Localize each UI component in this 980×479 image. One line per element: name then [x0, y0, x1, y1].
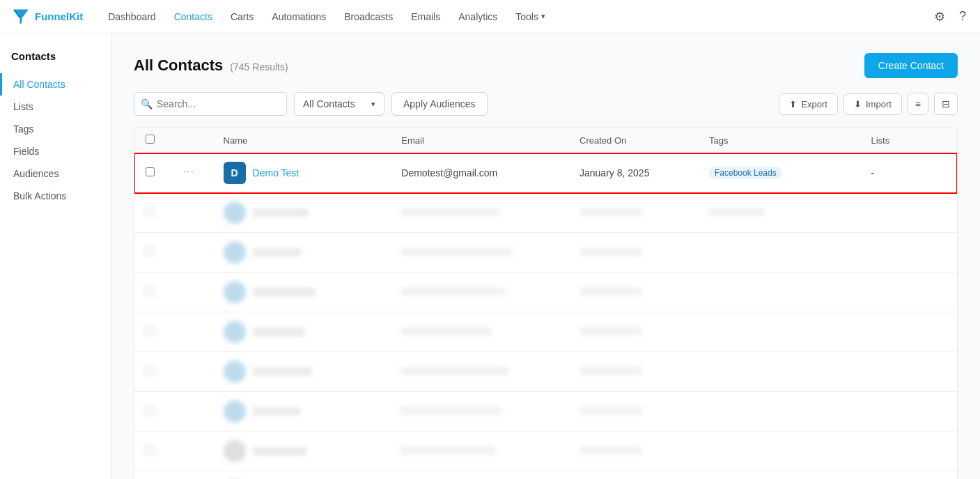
filter-label: All Contacts — [303, 98, 355, 109]
row-checkbox[interactable] — [146, 446, 155, 455]
page-title-row: All Contacts (745 Results) — [134, 56, 288, 75]
row-checkbox[interactable] — [146, 167, 155, 176]
blurred-avatar — [224, 321, 246, 343]
th-name: Name — [212, 128, 391, 153]
page-title: All Contacts — [134, 56, 223, 75]
result-count: (745 Results) — [230, 61, 288, 73]
row-name-cell: D Demo Test — [212, 153, 391, 193]
chevron-down-icon: ▾ — [541, 12, 545, 21]
table-row — [134, 471, 957, 480]
filter-chevron-icon: ▾ — [371, 100, 375, 109]
row-checkbox-cell — [134, 153, 171, 193]
th-menu — [171, 128, 212, 153]
name-cell-content: D Demo Test — [224, 162, 380, 184]
funnelkit-logo-icon — [11, 7, 31, 26]
help-button[interactable]: ? — [956, 6, 969, 26]
contacts-table-container: Name Email Created On Tags Lists — [134, 127, 958, 479]
sidebar-item-audiences[interactable]: Audiences — [0, 162, 111, 185]
table-row-highlighted: ⋮ D Demo Test Demotest@gmail.com January… — [134, 153, 957, 193]
row-menu-cell: ⋮ — [171, 153, 212, 193]
page-header: All Contacts (745 Results) Create Contac… — [134, 53, 958, 78]
import-button[interactable]: ⬇ Import — [843, 93, 902, 115]
columns-button[interactable]: ≡ — [908, 93, 928, 115]
logo[interactable]: FunnelKit — [11, 7, 83, 26]
export-button[interactable]: ⬆ Export — [779, 93, 838, 115]
row-checkbox[interactable] — [146, 287, 155, 296]
nav-links: Dashboard Contacts Carts Automations Bro… — [100, 7, 931, 26]
blurred-avatar — [224, 241, 246, 264]
search-input[interactable] — [134, 92, 287, 116]
blurred-avatar — [224, 400, 246, 423]
row-context-menu-icon[interactable]: ⋮ — [182, 166, 195, 178]
app-layout: Contacts All Contacts Lists Tags Fields … — [0, 33, 980, 479]
th-created-on: Created On — [568, 128, 698, 153]
table-row — [134, 432, 957, 471]
table-row — [134, 273, 957, 312]
table-row — [134, 392, 957, 432]
row-checkbox[interactable] — [146, 326, 155, 335]
blurred-avatar — [224, 360, 246, 383]
blurred-avatar — [224, 202, 246, 224]
sidebar-item-tags[interactable]: Tags — [0, 118, 111, 140]
logo-text: FunnelKit — [35, 10, 83, 22]
filters-button[interactable]: ⊟ — [934, 93, 958, 115]
import-icon: ⬇ — [854, 99, 862, 109]
select-all-checkbox[interactable] — [146, 135, 155, 144]
sidebar-title: Contacts — [0, 50, 111, 73]
sidebar: Contacts All Contacts Lists Tags Fields … — [0, 33, 111, 479]
nav-contacts[interactable]: Contacts — [166, 7, 221, 26]
nav-emails[interactable]: Emails — [403, 7, 449, 26]
nav-analytics[interactable]: Analytics — [450, 7, 506, 26]
table-header-row: Name Email Created On Tags Lists — [134, 128, 957, 153]
table-row — [134, 193, 957, 233]
export-label: Export — [801, 99, 827, 109]
main-content: All Contacts (745 Results) Create Contac… — [111, 33, 980, 479]
th-checkbox — [134, 128, 171, 153]
nav-carts[interactable]: Carts — [222, 7, 262, 26]
create-contact-button[interactable]: Create Contact — [864, 53, 958, 78]
contact-avatar: D — [224, 162, 246, 184]
nav-automations[interactable]: Automations — [263, 7, 334, 26]
filter-dropdown[interactable]: All Contacts ▾ — [294, 92, 384, 116]
nav-dashboard[interactable]: Dashboard — [100, 7, 164, 26]
row-created-on-cell: January 8, 2025 — [568, 153, 698, 193]
table-row — [134, 312, 957, 352]
sidebar-item-all-contacts[interactable]: All Contacts — [0, 73, 111, 96]
row-checkbox[interactable] — [146, 366, 155, 375]
row-lists-cell: - — [860, 153, 957, 193]
row-checkbox[interactable] — [146, 207, 155, 216]
row-email-cell: Demotest@gmail.com — [390, 153, 568, 193]
search-icon: 🔍 — [141, 98, 153, 109]
table-row — [134, 233, 957, 273]
row-tags-cell: Facebook Leads — [698, 153, 860, 193]
toolbar-right: ⬆ Export ⬇ Import ≡ ⊟ — [779, 93, 958, 115]
nav-right: ⚙ ? — [931, 6, 969, 27]
search-wrapper: 🔍 — [134, 92, 287, 116]
contact-name-link[interactable]: Demo Test — [253, 167, 300, 178]
sidebar-item-fields[interactable]: Fields — [0, 140, 111, 162]
export-icon: ⬆ — [789, 99, 797, 109]
sidebar-item-lists[interactable]: Lists — [0, 96, 111, 118]
nav-tools[interactable]: Tools ▾ — [507, 7, 554, 26]
toolbar: 🔍 All Contacts ▾ Apply Audiences ⬆ Expor… — [134, 92, 958, 116]
settings-button[interactable]: ⚙ — [931, 6, 948, 27]
table-row — [134, 352, 957, 392]
apply-audiences-button[interactable]: Apply Audiences — [391, 92, 488, 116]
th-email: Email — [390, 128, 568, 153]
th-lists: Lists — [860, 128, 957, 153]
nav-broadcasts[interactable]: Broadcasts — [336, 7, 401, 26]
blurred-avatar — [224, 440, 246, 462]
row-checkbox[interactable] — [146, 247, 155, 256]
row-checkbox[interactable] — [146, 406, 155, 415]
top-navigation: FunnelKit Dashboard Contacts Carts Autom… — [0, 0, 980, 33]
contacts-table: Name Email Created On Tags Lists — [134, 128, 957, 479]
th-tags: Tags — [698, 128, 860, 153]
blurred-avatar — [224, 281, 246, 303]
import-label: Import — [866, 99, 892, 109]
sidebar-item-bulk-actions[interactable]: Bulk Actions — [0, 185, 111, 207]
tag-badge: Facebook Leads — [709, 167, 782, 179]
